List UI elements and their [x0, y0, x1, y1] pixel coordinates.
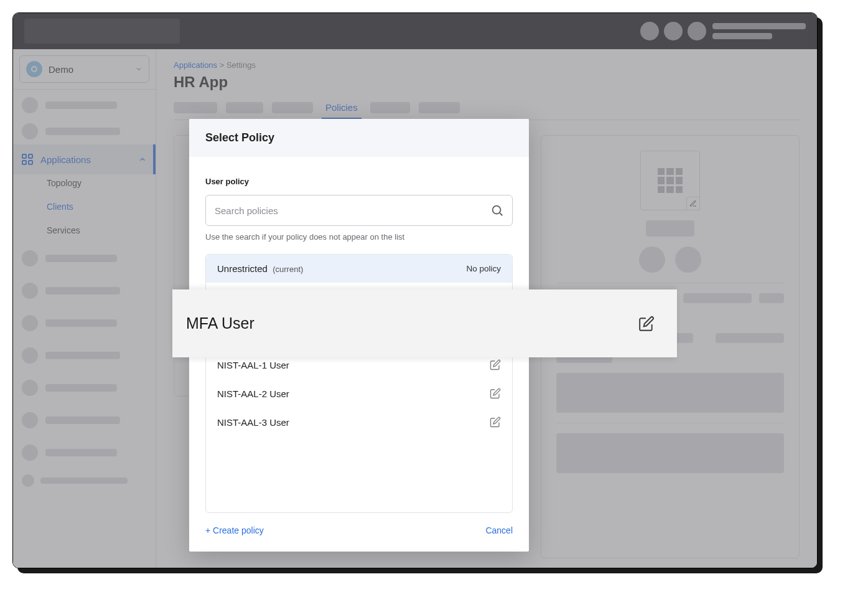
sidebar-sub-clients[interactable]: Clients [47, 202, 156, 212]
project-icon [26, 61, 42, 77]
tabs: Policies [174, 102, 800, 120]
sidebar-item-placeholder[interactable] [13, 118, 156, 144]
page-title: HR App [174, 73, 800, 91]
sidebar-item-placeholder[interactable] [13, 244, 156, 273]
policy-label: NIST-AAL-3 User [217, 417, 289, 428]
sidebar-item-placeholder[interactable] [13, 341, 156, 370]
create-policy-button[interactable]: + Create policy [205, 525, 264, 535]
no-policy-label: No policy [466, 264, 501, 273]
cancel-button[interactable]: Cancel [485, 525, 513, 535]
app-grid-icon [658, 168, 683, 193]
svg-line-1 [500, 213, 502, 215]
sidebar: Demo Applications Topology Clients Servi… [13, 49, 156, 568]
tab-placeholder[interactable] [226, 102, 263, 113]
search-policies-input[interactable] [205, 195, 513, 226]
project-selector[interactable]: Demo [19, 55, 149, 83]
policy-list: Unrestricted (current) No policy MFA Use… [205, 254, 513, 513]
policy-row-nist-aal-2[interactable]: NIST-AAL-2 User [206, 379, 512, 408]
sidebar-item-placeholder[interactable] [13, 92, 156, 118]
app-icon-box[interactable] [640, 151, 700, 210]
project-name: Demo [49, 64, 129, 75]
sidebar-item-label: Applications [40, 154, 91, 165]
avatar-1[interactable] [640, 22, 659, 40]
edit-policy-icon[interactable] [490, 359, 501, 370]
edit-policy-icon[interactable] [638, 316, 655, 332]
chevron-down-icon [135, 65, 142, 73]
tab-placeholder[interactable] [174, 102, 217, 113]
sidebar-sub-services[interactable]: Services [47, 225, 156, 235]
brand-placeholder [24, 19, 180, 44]
tab-placeholder[interactable] [272, 102, 313, 113]
policy-label: MFA User [186, 314, 254, 332]
policy-row-unrestricted[interactable]: Unrestricted (current) No policy [206, 255, 512, 283]
section-label: User policy [205, 177, 513, 186]
sidebar-item-applications[interactable]: Applications [13, 144, 156, 174]
edit-policy-icon[interactable] [490, 388, 501, 399]
breadcrumb-applications[interactable]: Applications [174, 60, 217, 70]
breadcrumb-current: Settings [226, 60, 256, 70]
pencil-icon [689, 200, 697, 207]
current-badge: (current) [273, 265, 303, 274]
policy-label: NIST-AAL-1 User [217, 360, 289, 370]
sidebar-item-placeholder[interactable] [13, 309, 156, 337]
sidebar-item-placeholder[interactable] [13, 374, 156, 402]
edit-policy-icon[interactable] [490, 416, 501, 428]
topbar [13, 13, 817, 49]
modal-title: Select Policy [189, 119, 529, 157]
search-helper-text: Use the search if your policy does not a… [205, 232, 513, 242]
policy-label: NIST-AAL-2 User [217, 388, 289, 399]
sidebar-item-placeholder[interactable] [13, 438, 156, 467]
avatar-3[interactable] [688, 22, 706, 40]
policy-row-mfa-user[interactable]: MFA User [172, 289, 677, 357]
sidebar-item-placeholder[interactable] [13, 471, 156, 491]
topbar-user-placeholder [712, 23, 806, 39]
search-icon[interactable] [490, 204, 504, 217]
sidebar-item-placeholder[interactable] [13, 406, 156, 435]
policy-row-nist-aal-3[interactable]: NIST-AAL-3 User [206, 408, 512, 436]
select-policy-modal: Select Policy User policy Use the search… [189, 119, 529, 552]
avatar-2[interactable] [664, 22, 683, 40]
edit-icon-badge[interactable] [686, 197, 700, 210]
chevron-up-icon [138, 155, 147, 164]
sidebar-item-placeholder[interactable] [13, 276, 156, 305]
sidebar-sub-topology[interactable]: Topology [47, 178, 156, 188]
tab-placeholder[interactable] [419, 102, 460, 113]
breadcrumb: Applications > Settings [174, 60, 800, 70]
grid-icon [22, 154, 33, 165]
tab-placeholder[interactable] [370, 102, 410, 113]
svg-point-0 [493, 206, 501, 214]
tab-policies[interactable]: Policies [322, 102, 362, 120]
